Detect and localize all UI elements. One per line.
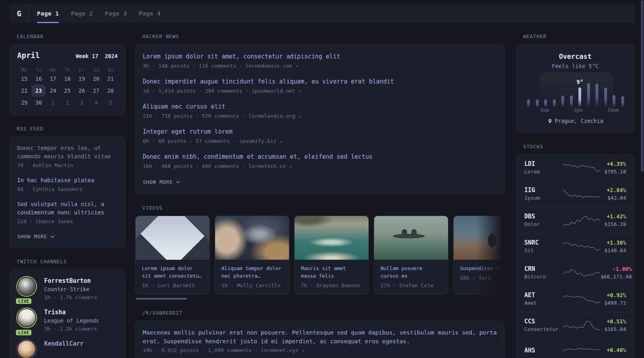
news-item-meta: 3h · 148 points · 116 comments · loremdo… [143,62,497,70]
calendar-day[interactable]: 22 [17,85,31,97]
stock-change: +1.36% [601,239,626,247]
stock-symbol: CRN [524,265,563,273]
news-item-domain-link[interactable]: ipsumify.biz ↗ [239,138,283,144]
news-item-domain-link[interactable]: loremtech.co ↗ [248,163,292,169]
hour-label [566,107,574,114]
news-item-domain-link[interactable]: loremdomain.com ↗ [245,63,298,69]
stock-row[interactable]: IIG Ipsum +2.84% $42.04 [516,181,634,207]
channel-avatar-image [18,278,35,295]
stock-name: Bitcorn [524,273,563,280]
news-item-title[interactable]: Lorem ipsum dolor sit amet, consectetur … [143,53,497,60]
page-tab[interactable]: Page 3 [105,4,127,23]
news-item-title[interactable]: Donec imperdiet augue tincidunt felis al… [143,78,497,86]
twitch-channel[interactable]: LIVE ForrestBurton Counter-Strike 1h · 1… [17,277,118,302]
rss-item-title[interactable]: Sed volutpat nulla nisl, a condimentum n… [17,200,118,217]
calendar-month: April [17,51,40,60]
news-item-domain-link[interactable]: loremlandia.org ↗ [248,113,301,119]
calendar-day[interactable]: 16 [31,73,46,85]
channel-name: KendallCarr [44,340,83,348]
news-item-meta: 1d · 1,414 points · 299 comments · ipsum… [143,88,497,95]
videos-scrollbar-thumb[interactable] [136,298,187,300]
twitch-channel[interactable]: KendallCarr [17,340,118,358]
calendar-day[interactable]: 2 [60,97,74,109]
calendar-section: CALENDAR April Week 17·2024 MoTuWeThFrSa… [10,33,125,115]
channel-viewers: 1h · 1.7k viewers [44,294,97,302]
stock-row[interactable]: AET Amet +0.92% $499.72 [516,286,634,312]
calendar-day[interactable]: 30 [31,97,46,109]
calendar-day[interactable]: 20 [89,73,103,85]
video-thumbnail [215,216,289,260]
weather-bar [544,99,547,107]
video-card[interactable]: Aliquam tempor dolor nec pharetra… 1h · … [215,216,289,295]
calendar-day[interactable]: 18 [60,73,74,85]
left-column: CALENDAR April Week 17·2024 MoTuWeThFrSa… [10,33,125,358]
middle-column: HACKER NEWS Lorem ipsum dolor sit amet, … [135,33,504,358]
page-tab[interactable]: Page 4 [139,4,161,23]
calendar-day[interactable]: 29 [17,97,31,109]
stock-row[interactable]: LDI Lorem +4.35% $795.18 [516,155,634,181]
stock-identity: CRN Bitcorn [524,265,563,280]
calendar-day[interactable]: 23 [31,85,46,97]
video-card[interactable]: Suspendisse diam 18h · Tara [453,216,504,295]
twitch-card: LIVE ForrestBurton Counter-Strike 1h · 1… [10,269,125,358]
subreddit-post-meta: 19h · 9,932 points · 1,090 comments · lo… [143,347,497,354]
news-item-title[interactable]: Integer eget rutrum lorem [143,128,497,136]
rss-show-more-button[interactable]: SHOW MORE [17,233,55,239]
news-item-title[interactable]: Aliquam nec cursus elit [143,103,497,111]
calendar-day[interactable]: 25 [60,85,74,97]
hackernews-card: Lorem ipsum dolor sit amet, consectetur … [135,44,504,195]
calendar-day[interactable]: 26 [75,85,89,97]
news-item-meta-text: 21h · 710 points · 579 comments · [143,113,245,119]
weekday-label: Th [60,67,74,73]
video-card[interactable]: Nullam posuere cursus ex 17h · Stefan Co… [374,216,448,295]
rss-item-title[interactable]: In hac habitasse platea [17,176,118,185]
stock-row[interactable]: DBS Dolor +1.42% $156.28 [516,207,634,233]
calendar-day[interactable]: 28 [103,85,118,97]
calendar-day[interactable]: 5 [103,97,118,109]
calendar-day[interactable]: 21 [103,73,118,85]
calendar-day[interactable]: 3 [75,97,89,109]
weekday-label: Sa [89,67,103,73]
page-tab[interactable]: Page 1 [37,4,59,23]
twitch-channel[interactable]: LIVE Trisha League of Legends 3h · 1.2k … [17,308,118,333]
news-item: Aliquam nec cursus elit 21h · 710 points… [143,103,497,120]
stock-identity: IIG Ipsum [524,186,563,202]
calendar-day[interactable]: 1 [46,97,60,109]
video-card[interactable]: Mauris sit amet massa felis 7h · Grayson… [294,216,369,295]
stock-change: +0.92% [601,292,626,299]
calendar-day[interactable]: 17 [46,73,60,85]
video-card[interactable]: Lorem ipsum dolor sit amet consectetu… 1… [135,216,210,295]
subreddit-post-domain-link[interactable]: loremnet.xyz ↗ [261,347,304,353]
news-item: Integer eget rutrum lorem 6h · 60 points… [143,128,497,145]
rss-item: Donec tempor eros leo, ut commodo mauris… [17,144,118,169]
weather-bar-slot [610,74,619,107]
hackernews-show-more-button[interactable]: SHOW MORE [143,179,180,185]
stock-row[interactable]: CRN Bitcorn -1.00% $66,171.48 [516,260,634,286]
video-meta: 18h · Tara [460,274,504,281]
stock-row[interactable]: AHS +0.46% [516,339,634,358]
calendar-day[interactable]: 4 [89,97,103,109]
calendar-day[interactable]: 15 [17,73,31,85]
app-logo[interactable]: G [10,4,29,23]
stock-values: +0.46% [601,346,626,354]
calendar-day[interactable]: 19 [75,73,89,85]
stock-symbol: CCS [524,317,563,325]
channel-info: ForrestBurton Counter-Strike 1h · 1.7k v… [44,277,97,302]
stock-row[interactable]: SNRC Sit +1.36% $148.64 [516,233,634,260]
subreddit-post: Maecenas mollis pulvinar erat non posuer… [143,328,497,354]
news-item-title[interactable]: Donec enim nibh, condimentum et accumsan… [143,153,497,161]
page-scrollbar-thumb[interactable] [641,0,644,172]
news-item: Donec enim nibh, condimentum et accumsan… [143,153,497,170]
video-meta: 1h · Lori Barnett [142,282,203,289]
stock-row[interactable]: CCS Consectetur +0.51% $165.84 [516,312,634,339]
stock-sparkline [563,292,601,306]
stock-symbol: DBS [524,212,563,220]
rss-item-title[interactable]: Donec tempor eros leo, ut commodo mauris… [17,144,118,161]
subreddit-post-title[interactable]: Maecenas mollis pulvinar erat non posuer… [143,328,497,346]
stock-identity: DBS Dolor [524,212,563,228]
calendar-day[interactable]: 27 [89,85,103,97]
news-item-domain-link[interactable]: ipsumworld.net ↗ [252,88,301,94]
calendar-day[interactable]: 24 [46,85,60,97]
page-tab[interactable]: Page 2 [71,4,93,23]
news-item: Lorem ipsum dolor sit amet, consectetur … [143,53,497,70]
